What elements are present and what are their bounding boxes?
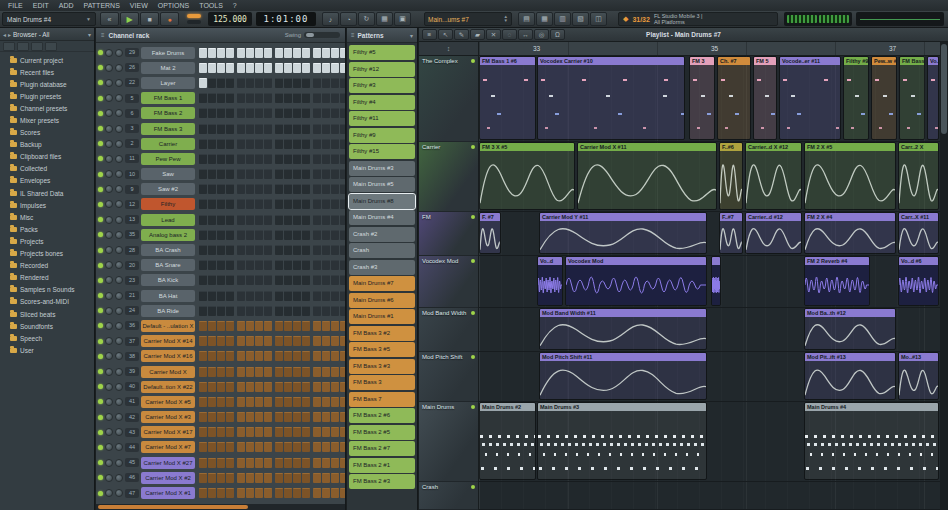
step-cell[interactable] xyxy=(264,412,272,422)
menu-options[interactable]: OPTIONS xyxy=(153,0,195,11)
step-cell[interactable] xyxy=(217,442,225,452)
step-cell[interactable] xyxy=(284,291,292,301)
browser-item[interactable]: Clipboard files xyxy=(0,151,94,163)
step-cell[interactable] xyxy=(246,199,254,209)
step-cell[interactable] xyxy=(246,382,254,392)
step-cell[interactable] xyxy=(340,488,345,498)
step-cell[interactable] xyxy=(226,306,234,316)
step-cell[interactable] xyxy=(246,63,254,73)
step-cell[interactable] xyxy=(302,382,310,392)
channel-mute-led[interactable] xyxy=(98,217,103,222)
step-cell[interactable] xyxy=(313,63,321,73)
step-cell[interactable] xyxy=(322,139,330,149)
step-cell[interactable] xyxy=(264,351,272,361)
step-cell[interactable] xyxy=(313,245,321,255)
pattern-item[interactable]: FM Bass 2 #3 xyxy=(349,474,415,489)
step-cell[interactable] xyxy=(284,336,292,346)
channel-mute-led[interactable] xyxy=(98,445,103,450)
step-cell[interactable] xyxy=(284,63,292,73)
step-cell[interactable] xyxy=(340,397,345,407)
channel-rack-hscrollbar-thumb[interactable] xyxy=(98,505,248,509)
playlist-clip[interactable]: FM Bass 1 #6 xyxy=(479,56,536,140)
step-cell[interactable] xyxy=(199,108,207,118)
step-cell[interactable] xyxy=(217,336,225,346)
chevron-down-icon[interactable]: ▾ xyxy=(410,32,413,39)
arrangement-selector[interactable]: Main Drums #4 ▼ xyxy=(2,12,96,26)
snap-magnet-icon[interactable]: Ω xyxy=(550,29,565,40)
step-cell[interactable] xyxy=(208,488,216,498)
step-cell[interactable] xyxy=(331,488,339,498)
channel-button[interactable]: Mat 2 xyxy=(141,62,195,74)
step-cell[interactable] xyxy=(246,230,254,240)
step-cell[interactable] xyxy=(217,275,225,285)
channel-mute-led[interactable] xyxy=(98,232,103,237)
step-cell[interactable] xyxy=(255,412,263,422)
step-cell[interactable] xyxy=(199,442,207,452)
channel-volume-knob[interactable] xyxy=(115,489,123,497)
song-mode-led[interactable] xyxy=(187,20,201,24)
step-cell[interactable] xyxy=(340,215,345,225)
step-cell[interactable] xyxy=(302,351,310,361)
step-cell[interactable] xyxy=(340,108,345,118)
channel-pan-knob[interactable] xyxy=(105,216,113,224)
step-cell[interactable] xyxy=(331,260,339,270)
step-cell[interactable] xyxy=(264,367,272,377)
step-cell[interactable] xyxy=(293,63,301,73)
channel-button[interactable]: Saw xyxy=(141,168,195,180)
channel-pan-knob[interactable] xyxy=(105,368,113,376)
pattern-item[interactable]: Filthy #11 xyxy=(349,111,415,126)
channel-volume-knob[interactable] xyxy=(115,322,123,330)
step-cell[interactable] xyxy=(275,169,283,179)
step-cell[interactable] xyxy=(217,48,225,58)
step-cell[interactable] xyxy=(302,275,310,285)
step-cell[interactable] xyxy=(199,427,207,437)
step-cell[interactable] xyxy=(237,321,245,331)
step-cell[interactable] xyxy=(255,230,263,240)
step-cell[interactable] xyxy=(302,124,310,134)
playlist-clip[interactable]: Main Drums #3 xyxy=(537,402,707,480)
channel-pan-knob[interactable] xyxy=(105,94,113,102)
channel-volume-knob[interactable] xyxy=(115,231,123,239)
step-cell[interactable] xyxy=(226,321,234,331)
step-cell[interactable] xyxy=(322,124,330,134)
channel-rack-hscrollbar[interactable] xyxy=(96,504,345,510)
channel-volume-knob[interactable] xyxy=(115,292,123,300)
channel-button[interactable]: Carrier Mod X xyxy=(141,366,195,378)
step-cell[interactable] xyxy=(331,382,339,392)
slip-tool-icon[interactable]: ↔ xyxy=(518,29,533,40)
step-cell[interactable] xyxy=(264,154,272,164)
step-cell[interactable] xyxy=(302,139,310,149)
browser-item[interactable]: Samples n Sounds xyxy=(0,284,94,296)
playlist-clip[interactable]: FM 3 X #5 xyxy=(479,142,575,210)
step-cell[interactable] xyxy=(275,442,283,452)
step-cell[interactable] xyxy=(313,78,321,88)
step-cell[interactable] xyxy=(322,78,330,88)
step-cell[interactable] xyxy=(284,245,292,255)
step-cell[interactable] xyxy=(313,93,321,103)
step-cell[interactable] xyxy=(302,306,310,316)
step-cell[interactable] xyxy=(217,108,225,118)
step-cell[interactable] xyxy=(208,93,216,103)
step-cell[interactable] xyxy=(226,48,234,58)
channel-button[interactable]: Default..tion X #22 xyxy=(141,381,195,393)
step-cell[interactable] xyxy=(208,321,216,331)
step-cell[interactable] xyxy=(264,63,272,73)
step-cell[interactable] xyxy=(275,93,283,103)
step-cell[interactable] xyxy=(340,382,345,392)
step-cell[interactable] xyxy=(208,427,216,437)
step-cell[interactable] xyxy=(246,93,254,103)
step-cell[interactable] xyxy=(226,245,234,255)
channel-pan-knob[interactable] xyxy=(105,140,113,148)
step-cell[interactable] xyxy=(331,458,339,468)
step-cell[interactable] xyxy=(226,382,234,392)
step-cell[interactable] xyxy=(284,458,292,468)
pattern-item[interactable]: FM Bass 3 #2 xyxy=(349,326,415,341)
step-cell[interactable] xyxy=(237,442,245,452)
step-cell[interactable] xyxy=(199,245,207,255)
channel-volume-knob[interactable] xyxy=(115,216,123,224)
mixer-toggle-icon[interactable]: ▧ xyxy=(572,12,589,26)
channel-button[interactable]: BA Snare xyxy=(141,259,195,271)
channel-mute-led[interactable] xyxy=(98,80,103,85)
step-cell[interactable] xyxy=(302,48,310,58)
step-cell[interactable] xyxy=(293,427,301,437)
